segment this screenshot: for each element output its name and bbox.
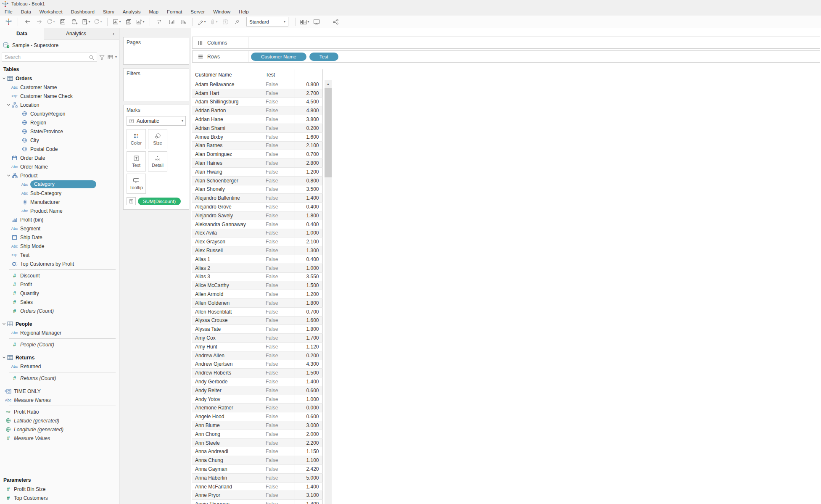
save-button[interactable] [57, 17, 69, 27]
field-time-only[interactable]: TIME ONLY [0, 387, 119, 396]
field-segment[interactable]: AbcSegment [0, 224, 119, 233]
field-sub-category[interactable]: AbcSub-Category [0, 189, 119, 198]
cell-customer-name[interactable]: Alan Schoenberger [192, 176, 263, 185]
cell-test[interactable]: False [263, 237, 295, 246]
presentation-mode-button[interactable] [311, 17, 322, 27]
tab-data[interactable]: Data [0, 28, 44, 40]
cell-value[interactable]: 0.600 [295, 386, 322, 395]
replay-button[interactable]: ▾ [45, 17, 57, 27]
cell-customer-name[interactable]: Anemone Ratner [192, 404, 263, 412]
cell-customer-name[interactable]: Alan Hwang [192, 167, 263, 176]
pill-customer-name[interactable]: Customer Name [251, 53, 306, 61]
cell-value[interactable]: 1.600 [295, 316, 322, 325]
cell-test[interactable]: False [263, 255, 295, 264]
field-region[interactable]: Region [0, 118, 119, 127]
cell-customer-name[interactable]: Anne Pryor [192, 491, 263, 500]
cell-test[interactable]: False [263, 473, 295, 482]
cell-value[interactable]: 1.120 [295, 342, 322, 351]
menu-worksheet[interactable]: Worksheet [35, 8, 67, 15]
cell-value[interactable]: 1.000 [295, 395, 322, 404]
menu-analysis[interactable]: Analysis [119, 8, 145, 15]
field-orders-count[interactable]: #Orders (Count) [0, 306, 119, 315]
marks-color-button[interactable]: Color [127, 129, 146, 149]
cell-customer-name[interactable]: Angele Hood [192, 412, 263, 421]
cell-value[interactable]: 5.000 [295, 473, 322, 482]
new-worksheet-button[interactable]: ▾ [80, 17, 92, 27]
menu-help[interactable]: Help [235, 8, 253, 15]
undo-button[interactable] [21, 17, 33, 27]
cell-test[interactable]: False [263, 404, 295, 412]
field-profit-ratio[interactable]: =#Profit Ratio [0, 407, 119, 416]
cell-test[interactable]: False [263, 203, 295, 211]
cell-test[interactable]: False [263, 447, 295, 456]
field-customer-name-check[interactable]: =T|FCustomer Name Check [0, 92, 119, 100]
cell-value[interactable]: 1.400 [295, 482, 322, 491]
duplicate-sheet-button[interactable] [123, 17, 135, 27]
cell-test[interactable]: False [263, 491, 295, 500]
cell-test[interactable]: False [263, 211, 295, 220]
chevron-down-icon[interactable] [6, 103, 11, 107]
cell-value[interactable]: 1.300 [295, 246, 322, 255]
cell-customer-name[interactable]: Amy Hunt [192, 342, 263, 351]
clear-sheet-button[interactable]: ▾ [135, 17, 146, 27]
cell-test[interactable]: False [263, 307, 295, 316]
rows-shelf[interactable]: Rows Customer NameTest [192, 50, 820, 63]
cell-customer-name[interactable]: Adrian Barton [192, 106, 263, 115]
cell-value[interactable]: 3.500 [295, 185, 322, 194]
cell-test[interactable]: False [263, 272, 295, 281]
cell-customer-name[interactable]: Alex Grayson [192, 237, 263, 246]
cell-test[interactable]: False [263, 80, 295, 89]
cell-value[interactable]: 2.000 [295, 430, 322, 438]
cell-value[interactable]: 1.200 [295, 290, 322, 299]
cell-test[interactable]: False [263, 264, 295, 272]
cell-customer-name[interactable]: Adam Bellavance [192, 80, 263, 89]
cell-customer-name[interactable]: Ann Chong [192, 430, 263, 438]
chevron-down-icon[interactable] [2, 356, 6, 359]
cell-customer-name[interactable]: Adrian Hane [192, 115, 263, 124]
show-hide-cards-button[interactable]: ▾ [299, 17, 311, 27]
cell-value[interactable]: 0.800 [295, 80, 322, 89]
cell-value[interactable]: 0.200 [295, 124, 322, 132]
sort-ascending-button[interactable] [165, 17, 177, 27]
cell-test[interactable]: False [263, 500, 295, 504]
menu-data[interactable]: Data [17, 8, 35, 15]
cell-test[interactable]: False [263, 360, 295, 369]
cell-test[interactable]: False [263, 246, 295, 255]
cell-test[interactable]: False [263, 298, 295, 307]
cell-customer-name[interactable]: Annie Thurman [192, 500, 263, 504]
field-customer-name[interactable]: AbcCustomer Name [0, 83, 119, 92]
cell-value[interactable]: 0.400 [295, 203, 322, 211]
cell-value[interactable]: 1.800 [295, 298, 322, 307]
search-box[interactable] [2, 53, 97, 62]
cell-test[interactable]: False [263, 281, 295, 290]
cell-customer-name[interactable]: Anna Häberlin [192, 473, 263, 482]
pill-test[interactable]: Test [309, 53, 338, 61]
marks-tooltip-button[interactable]: Tooltip [127, 174, 146, 194]
cell-customer-name[interactable]: Andy Reiter [192, 386, 263, 395]
cell-value[interactable]: 0.600 [295, 412, 322, 421]
cell-value[interactable]: 2.100 [295, 141, 322, 150]
cell-value[interactable]: 2.200 [295, 438, 322, 447]
field-category[interactable]: AbcCategory [0, 180, 119, 189]
cell-customer-name[interactable]: Aleksandra Gannaway [192, 220, 263, 229]
cell-customer-name[interactable]: Alejandro Savely [192, 211, 263, 220]
cell-value[interactable]: 0.000 [295, 404, 322, 412]
cell-customer-name[interactable]: Andrew Gjertsen [192, 360, 263, 369]
cell-value[interactable]: 3.550 [295, 272, 322, 281]
cell-value[interactable]: 1.200 [295, 167, 322, 176]
cell-customer-name[interactable]: Alias 1 [192, 255, 263, 264]
pages-card[interactable]: Pages [123, 37, 189, 65]
field-discount[interactable]: #Discount [0, 271, 119, 280]
cell-test[interactable]: False [263, 369, 295, 377]
sort-descending-button[interactable] [177, 17, 189, 27]
cell-test[interactable]: False [263, 465, 295, 474]
cell-value[interactable]: 3.100 [295, 491, 322, 500]
field-latitude-generated[interactable]: Latitude (generated) [0, 416, 119, 425]
new-data-source-button[interactable] [69, 17, 80, 27]
cell-value[interactable]: 1.800 [295, 325, 322, 334]
chevron-down-icon[interactable] [6, 174, 11, 177]
cell-customer-name[interactable]: Alias 3 [192, 272, 263, 281]
tableau-logo[interactable] [3, 17, 14, 27]
field-longitude-generated[interactable]: Longitude (generated) [0, 425, 119, 434]
cell-customer-name[interactable]: Allen Rosenblatt [192, 307, 263, 316]
